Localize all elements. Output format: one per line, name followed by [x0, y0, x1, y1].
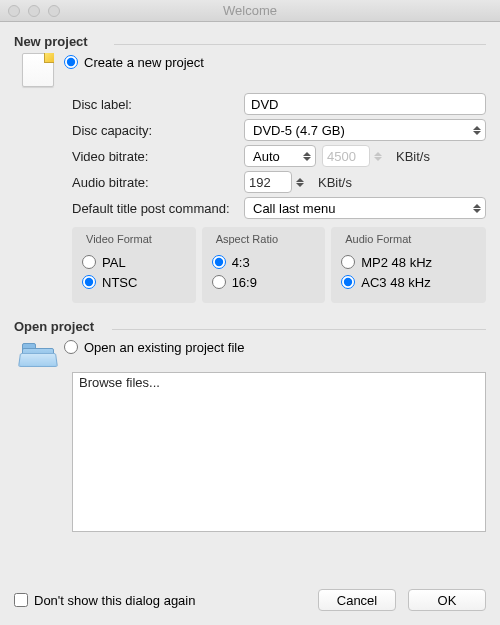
- video-format-title: Video Format: [82, 233, 186, 245]
- cancel-button[interactable]: Cancel: [318, 589, 396, 611]
- audio-bitrate-input[interactable]: [244, 171, 292, 193]
- audio-ac3-radio[interactable]: [341, 275, 355, 289]
- browse-files-item[interactable]: Browse files...: [79, 375, 479, 390]
- window-title: Welcome: [0, 3, 500, 18]
- audio-mp2-radio[interactable]: [341, 255, 355, 269]
- dont-show-checkbox[interactable]: [14, 593, 28, 607]
- video-bitrate-label: Video bitrate:: [72, 149, 244, 164]
- dont-show-label[interactable]: Don't show this dialog again: [34, 593, 195, 608]
- divider: [112, 329, 486, 330]
- aspect-169-label[interactable]: 16:9: [232, 275, 257, 290]
- updown-icon: [473, 204, 481, 213]
- video-format-ntsc-label[interactable]: NTSC: [102, 275, 137, 290]
- video-format-ntsc-radio[interactable]: [82, 275, 96, 289]
- aspect-ratio-group: Aspect Ratio 4:3 16:9: [202, 227, 326, 303]
- updown-icon: [296, 178, 304, 187]
- create-project-label[interactable]: Create a new project: [84, 55, 204, 70]
- video-bitrate-mode: Auto: [253, 149, 280, 164]
- video-bitrate-unit: KBit/s: [396, 149, 430, 164]
- titlebar: Welcome: [0, 0, 500, 22]
- audio-bitrate-label: Audio bitrate:: [72, 175, 244, 190]
- disc-label-input[interactable]: [244, 93, 486, 115]
- new-document-icon: [22, 53, 54, 87]
- video-format-group: Video Format PAL NTSC: [72, 227, 196, 303]
- disc-capacity-select[interactable]: DVD-5 (4.7 GB): [244, 119, 486, 141]
- create-project-radio[interactable]: [64, 55, 78, 69]
- project-file-list[interactable]: Browse files...: [72, 372, 486, 532]
- audio-ac3-label[interactable]: AC3 48 kHz: [361, 275, 430, 290]
- divider: [114, 44, 486, 45]
- video-bitrate-stepper[interactable]: [322, 145, 390, 167]
- updown-icon: [374, 152, 382, 161]
- video-format-pal-label[interactable]: PAL: [102, 255, 126, 270]
- new-project-header: New project: [14, 34, 486, 49]
- open-project-header: Open project: [14, 319, 486, 334]
- updown-icon: [303, 152, 311, 161]
- post-command-value: Call last menu: [253, 201, 335, 216]
- audio-mp2-label[interactable]: MP2 48 kHz: [361, 255, 432, 270]
- disc-capacity-label: Disc capacity:: [72, 123, 244, 138]
- video-format-pal-radio[interactable]: [82, 255, 96, 269]
- aspect-43-label[interactable]: 4:3: [232, 255, 250, 270]
- audio-bitrate-unit: KBit/s: [318, 175, 352, 190]
- aspect-43-radio[interactable]: [212, 255, 226, 269]
- open-project-label[interactable]: Open an existing project file: [84, 340, 244, 355]
- post-command-label: Default title post command:: [72, 201, 244, 216]
- disc-label-label: Disc label:: [72, 97, 244, 112]
- video-bitrate-mode-select[interactable]: Auto: [244, 145, 316, 167]
- audio-bitrate-stepper[interactable]: [244, 171, 312, 193]
- aspect-ratio-title: Aspect Ratio: [212, 233, 316, 245]
- disc-capacity-value: DVD-5 (4.7 GB): [253, 123, 345, 138]
- open-project-radio[interactable]: [64, 340, 78, 354]
- folder-open-icon: [22, 340, 54, 366]
- updown-icon: [473, 126, 481, 135]
- video-bitrate-input: [322, 145, 370, 167]
- audio-format-title: Audio Format: [341, 233, 476, 245]
- ok-button[interactable]: OK: [408, 589, 486, 611]
- aspect-169-radio[interactable]: [212, 275, 226, 289]
- post-command-select[interactable]: Call last menu: [244, 197, 486, 219]
- footer: Don't show this dialog again Cancel OK: [0, 575, 500, 625]
- audio-format-group: Audio Format MP2 48 kHz AC3 48 kHz: [331, 227, 486, 303]
